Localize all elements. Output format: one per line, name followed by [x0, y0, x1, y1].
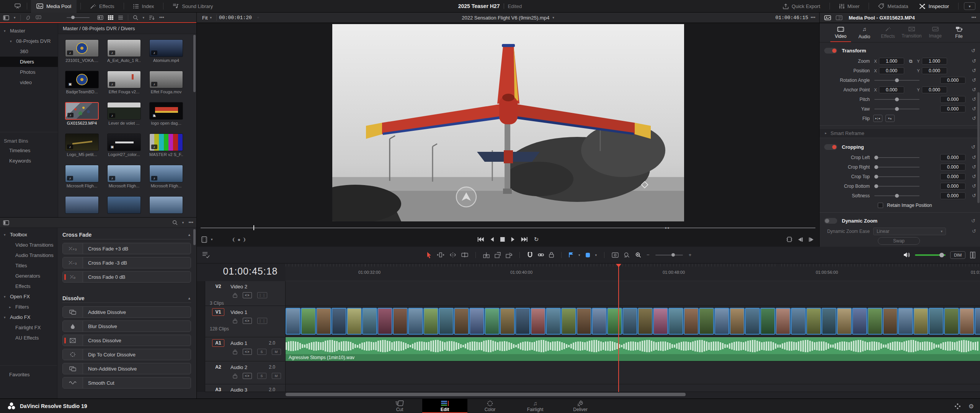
tab-file[interactable]: File	[948, 23, 970, 42]
crop-bottom-input[interactable]: 0.000	[940, 183, 965, 190]
metadata-button[interactable]: Metadata	[873, 0, 913, 13]
audio-clip[interactable]: Agressive Stomps (1min10).wav	[286, 337, 980, 361]
crop-bottom-slider[interactable]	[874, 186, 920, 187]
track-content-v2[interactable]	[286, 281, 980, 306]
flag-icon[interactable]	[569, 252, 573, 258]
reset-param-icon[interactable]: ↺	[972, 77, 976, 83]
timeline-video-clip[interactable]	[776, 308, 791, 335]
timeline-video-clip[interactable]	[469, 308, 484, 335]
lock-icon[interactable]	[233, 319, 237, 324]
dynamic-trim-tool[interactable]	[449, 252, 456, 258]
anchor-y-input[interactable]: 0.000	[922, 86, 947, 93]
scrollbar[interactable]	[977, 92, 980, 203]
scrollbar[interactable]	[193, 229, 196, 245]
filmstrip-view-button[interactable]: ⋮⋮	[257, 318, 267, 324]
timeline-video-clip[interactable]	[622, 308, 637, 335]
chevron-down-icon[interactable]: ▾	[552, 16, 554, 20]
media-clip[interactable]: ▣logo open dag...	[149, 102, 183, 125]
track-header-a2[interactable]: A2 Audio 2 2.0 <> S M	[205, 361, 286, 384]
timeline-video-clip[interactable]	[806, 308, 821, 335]
track-header-v2[interactable]: V2 Video 2 <> ⋮⋮ 3 Clips	[205, 281, 286, 306]
track-header-a3[interactable]: A3 Audio 3 2.0	[205, 384, 286, 392]
page-edit[interactable]: Edit	[422, 399, 467, 413]
solo-button[interactable]: S	[257, 349, 266, 355]
pitch-slider[interactable]	[874, 99, 920, 100]
project-manager-icon[interactable]	[954, 403, 961, 410]
timeline-view-options-icon[interactable]	[202, 252, 210, 258]
stop-button[interactable]	[500, 237, 505, 242]
timeline-video-clip[interactable]	[638, 308, 653, 335]
category-favorites[interactable]: Favorites	[0, 369, 57, 380]
reset-section-icon[interactable]: ↺	[971, 144, 975, 150]
media-clip[interactable]	[65, 196, 99, 214]
scrubber-track[interactable]	[201, 228, 815, 228]
media-clip-selected[interactable]: ♪GX015623.MP4	[65, 102, 99, 125]
tab-video[interactable]: Video	[830, 23, 852, 42]
timeline-video-clip[interactable]	[898, 308, 913, 335]
timeline-video-clip[interactable]	[837, 308, 852, 335]
transition-dip-to-color[interactable]: Dip To Color Dissolve	[62, 349, 191, 360]
loop-button[interactable]: ↻	[534, 236, 539, 243]
media-clip[interactable]	[149, 196, 183, 214]
flip-horizontal-button[interactable]: ▸|◂	[873, 115, 882, 122]
settings-gear-icon[interactable]: ⚙	[969, 403, 974, 410]
timeline-video-clip[interactable]	[913, 308, 928, 335]
mute-button[interactable]: M	[272, 373, 281, 379]
dynamic-zoom-enable-toggle[interactable]	[824, 218, 837, 224]
panel-split-icon[interactable]	[970, 252, 975, 259]
reset-param-icon[interactable]: ↺	[972, 115, 976, 121]
category-audio-transitions[interactable]: Audio Transitions	[0, 250, 57, 260]
timeline-video-clip[interactable]	[500, 308, 515, 335]
tab-image[interactable]: Image	[924, 23, 946, 42]
category-audio-fx[interactable]: ▾Audio FX	[0, 312, 57, 322]
timeline-video-clip[interactable]	[975, 308, 980, 335]
sort-icon[interactable]	[149, 15, 155, 20]
viewer-zoom-mode[interactable]: Fit	[202, 15, 207, 21]
timeline-video-clip[interactable]	[883, 308, 898, 335]
rotation-slider[interactable]	[874, 80, 920, 81]
track-header-a1[interactable]: A1 Audio 1 2.0 <> S M	[205, 337, 286, 361]
media-clip[interactable]: ♪MASTER v2 S_F...	[149, 133, 183, 157]
tab-sound-library[interactable]: Sound Library	[167, 0, 218, 13]
thumbnail-view-icon[interactable]	[108, 15, 113, 20]
goto-first-edit-icon[interactable]	[808, 237, 814, 242]
page-fairlight[interactable]: ♫ Fairlight	[513, 399, 558, 413]
timeline-playhead[interactable]	[618, 264, 619, 392]
smart-bins-header[interactable]: Smart Bins	[0, 136, 58, 145]
chevron-down-icon[interactable]: ▾	[578, 253, 580, 257]
timeline-video-clip[interactable]	[684, 308, 699, 335]
reset-param-icon[interactable]: ↺	[972, 96, 976, 102]
rotation-input[interactable]: 0.000	[940, 77, 965, 84]
timeline-video-clip[interactable]	[546, 308, 561, 335]
go-to-end-button[interactable]	[521, 237, 528, 242]
position-x-input[interactable]: 0.000	[879, 67, 904, 74]
blade-edit-tool[interactable]	[461, 252, 468, 258]
trim-edit-mode-tool[interactable]	[437, 252, 444, 258]
tab-transition[interactable]: Transition	[900, 23, 923, 42]
timeline-video-clip[interactable]	[377, 308, 392, 335]
transition-blur-dissolve[interactable]: Blur Dissolve	[62, 320, 191, 332]
page-deliver[interactable]: Deliver	[558, 399, 603, 413]
timeline-video-clip[interactable]	[408, 308, 423, 335]
timeline-video-clip[interactable]	[362, 308, 377, 335]
reset-param-icon[interactable]: ↺	[972, 193, 976, 198]
tab-effects[interactable]: Effects	[85, 0, 120, 13]
custom-zoom-icon[interactable]	[635, 252, 642, 258]
timeline-video-clip[interactable]	[699, 308, 714, 335]
swap-button[interactable]: Swap	[878, 237, 920, 245]
goto-last-edit-icon[interactable]	[798, 237, 803, 242]
bin-08-projets-dvr[interactable]: ▾08-Projets DVR	[0, 36, 58, 46]
timeline-video-clip[interactable]	[592, 308, 607, 335]
flip-vertical-button[interactable]: ▾▴	[885, 115, 895, 122]
options-menu-icon[interactable]: •••	[188, 220, 193, 225]
crop-left-input[interactable]: 0.000	[940, 154, 965, 161]
collapse-icon[interactable]: ▲	[188, 233, 191, 237]
transition-cross-fade-0[interactable]: ⤫₀Cross Fade 0 dB	[62, 271, 191, 283]
presentation-icon[interactable]	[15, 3, 21, 9]
reset-param-icon[interactable]: ↺	[972, 164, 976, 170]
filmstrip-view-button[interactable]: ⋮⋮	[257, 292, 267, 298]
smart-reframe-section[interactable]: ▸ Smart Reframe	[820, 128, 980, 138]
chevron-down-icon[interactable]: ▾	[14, 16, 16, 20]
timeline-video-clip[interactable]	[515, 308, 530, 335]
category-fairlight-fx[interactable]: Fairlight FX	[0, 322, 57, 333]
